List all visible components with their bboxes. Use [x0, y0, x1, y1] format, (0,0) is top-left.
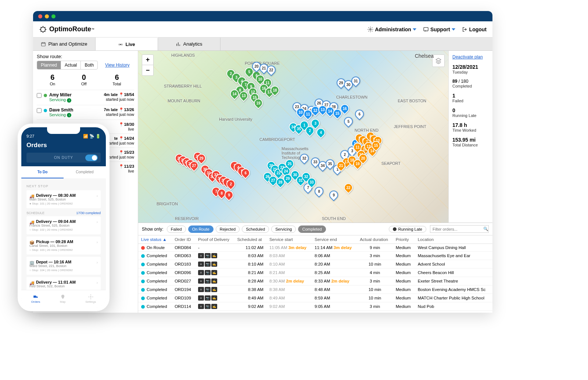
map-pin[interactable]: 22 [342, 181, 355, 194]
th-start[interactable]: Service start [266, 235, 312, 244]
driver-row[interactable]: Dave SmithServicing i 7m late 📍13/26star… [37, 105, 134, 120]
map-pin[interactable]: 8 [313, 185, 325, 198]
phone-order-item[interactable]: 🚚Delivery — 11:01 AM Red Street, 522, Bo… [26, 277, 101, 291]
table-row[interactable]: Completed ORD183≡📷✍ 8:10 AM 8:10 AM 8:20… [138, 260, 492, 269]
chevron-icon: › [97, 240, 98, 244]
seg-both[interactable]: Both [81, 61, 97, 69]
tab-live[interactable]: Live [96, 38, 158, 50]
table-row[interactable]: Completed ORD027≡📷✍ 8:28 AM 8:30 AM 2m d… [138, 277, 492, 285]
zoom-in[interactable]: + [142, 55, 153, 65]
close-dot[interactable] [38, 14, 42, 18]
chip-completed[interactable]: Completed [298, 225, 326, 233]
truck-icon [32, 294, 39, 299]
seg-actual[interactable]: Actual [61, 61, 81, 69]
map-label: BRIGHTON [157, 202, 178, 206]
chevron-icon: › [97, 194, 98, 198]
th-end[interactable]: Service end [312, 235, 357, 244]
table-row[interactable]: On Route ORD084- 11:02 AM 11:05 AM 3m de… [138, 244, 492, 252]
map-pin[interactable]: 9 [327, 189, 340, 201]
chip-failed[interactable]: Failed [167, 225, 186, 233]
table-row[interactable]: Completed ORD109≡📷✍ 8:49 AM 8:49 AM 8:59… [138, 294, 492, 302]
table-row[interactable]: Completed ORD194≡📷✍ 8:38 AM 8:38 AM 8:48… [138, 285, 492, 294]
running-late-chip[interactable]: Running Late [389, 226, 426, 232]
driver-checkbox[interactable] [37, 108, 42, 113]
phone-order-item[interactable]: 🏢Depot — 10:16 AM Ward Street, 221, Bost… [26, 257, 101, 275]
svg-point-6 [90, 296, 92, 298]
map-label-chelsea: Chelsea [415, 53, 434, 59]
orders-table: Live status ▲ Order ID Proof of Delivery… [138, 235, 492, 311]
toggle-icon [85, 155, 98, 161]
pin-icon [60, 294, 65, 299]
footer-settings[interactable]: Settings [85, 294, 96, 303]
layers-button[interactable] [432, 54, 445, 67]
duty-toggle[interactable]: ON DUTY [26, 153, 101, 163]
main-tabs: Plan and Optimize Live Analytics [33, 38, 492, 51]
logo-icon [39, 25, 47, 33]
table-row[interactable]: Completed ORD063≡📷✍ 8:03 AM 8:03 AM 8:06… [138, 252, 492, 260]
route-segment: Planned Actual Both [37, 61, 98, 70]
driver-checkbox[interactable] [37, 93, 42, 98]
chevron-icon: › [97, 260, 98, 264]
phone-time: 9:27 [26, 134, 34, 139]
chip-scheduled[interactable]: Scheduled [242, 225, 269, 233]
chip-rejected[interactable]: Rejected [216, 225, 240, 233]
th-status[interactable]: Live status ▲ [138, 235, 172, 244]
admin-link[interactable]: Administration [368, 26, 416, 32]
chip-servicing[interactable]: Servicing [271, 225, 296, 233]
phone-body: NEXT STOP 🚚Delivery — 08:30 AM Main Stre… [21, 178, 106, 292]
minimize-dot[interactable] [45, 14, 49, 18]
driver-counts: 6On 0Off 6Total [37, 73, 134, 86]
phone-order-item[interactable]: 🚚Delivery — 09:04 AM Francis Street, 525… [26, 216, 101, 234]
deactivate-link[interactable]: Deactivate plan [452, 54, 489, 60]
calendar-icon [41, 42, 46, 47]
table-row[interactable]: Completed ORD096≡📷✍ 8:21 AM 8:21 AM 8:25… [138, 269, 492, 277]
table-row[interactable]: Completed ORD114≡📷✍ 9:02 AM 9:02 AM 9:05… [138, 302, 492, 311]
schedule-label: SCHEDULE [26, 211, 44, 215]
chip-onroute[interactable]: On Route [188, 225, 214, 233]
th-prio[interactable]: Priority [393, 235, 415, 244]
map-pin[interactable]: 5 [342, 115, 355, 128]
phone-mockup: 9:27 📶 📡 🔋 Orders ON DUTY To Do Complete… [18, 124, 110, 311]
orders-panel: Show only: Failed On Route Rejected Sche… [138, 223, 492, 313]
map-label: JEFFRIES POINT [394, 124, 426, 129]
footer-map[interactable]: Map [60, 294, 66, 303]
th-sched[interactable]: Scheduled at [234, 235, 266, 244]
svg-point-4 [120, 44, 122, 45]
svg-rect-5 [33, 296, 36, 298]
caret-icon [452, 28, 455, 31]
phone-title: Orders [26, 142, 101, 149]
filter-search[interactable]: 🔍 [430, 225, 489, 233]
map-label: HIGHLANDS [171, 53, 195, 57]
tab-plan[interactable]: Plan and Optimize [33, 38, 96, 50]
seg-planned[interactable]: Planned [37, 61, 61, 69]
phone-order-item[interactable]: 📦Pickup — 09:28 AM Canal Street, 101, Bo… [26, 237, 101, 255]
footer-orders[interactable]: Orders [31, 294, 40, 303]
tab-analytics[interactable]: Analytics [158, 38, 220, 50]
map-pin[interactable]: 6 [353, 108, 366, 120]
phone-order-item[interactable]: 🚚Delivery — 08:30 AM Main Street, 525, B… [26, 190, 101, 208]
th-dur[interactable]: Actual duration [357, 235, 393, 244]
zoom-out[interactable]: − [142, 65, 153, 75]
schedule-count: 17/30 completed [76, 211, 101, 215]
th-order[interactable]: Order ID [172, 235, 195, 244]
zoom-control: + − [142, 54, 154, 76]
filter-row: Show only: Failed On Route Rejected Sche… [138, 223, 492, 235]
svg-point-0 [41, 27, 46, 32]
th-loc[interactable]: Location [415, 235, 492, 244]
chart-icon [176, 42, 181, 47]
live-icon [118, 42, 123, 47]
support-link[interactable]: Support [423, 26, 455, 32]
view-history-link[interactable]: View History [105, 63, 129, 68]
th-pod[interactable]: Proof of Delivery [195, 235, 234, 244]
filter-input[interactable] [433, 227, 483, 231]
chevron-icon: › [97, 281, 98, 285]
maximize-dot[interactable] [51, 14, 55, 18]
driver-row[interactable]: Amy MillerServicing i 4m late 📍18/54star… [37, 90, 134, 105]
phone-status-icons: 📶 📡 🔋 [83, 134, 101, 139]
map-label: Harvard University [219, 117, 252, 121]
phone-screen: 9:27 📶 📡 🔋 Orders ON DUTY To Do Complete… [21, 127, 106, 308]
map-label: Massachusetts Institute of Technology [282, 146, 315, 160]
phone-tab-completed[interactable]: Completed [64, 166, 106, 178]
logout-link[interactable]: Logout [462, 26, 487, 32]
phone-tab-todo[interactable]: To Do [21, 166, 64, 178]
